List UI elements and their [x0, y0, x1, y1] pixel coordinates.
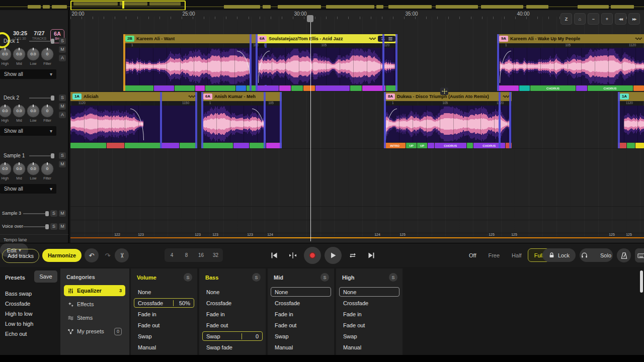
section-segment[interactable]: INTRO	[384, 143, 406, 148]
tempo-sync-off[interactable]: Off	[463, 248, 482, 262]
lane-m-button[interactable]: M	[59, 103, 66, 110]
section-segment[interactable]	[236, 85, 246, 91]
section-segment[interactable]	[279, 85, 291, 91]
clip-header[interactable]: 6AAnish Kumar - Meh	[201, 92, 282, 101]
section-segment[interactable]	[497, 85, 519, 91]
zoom-out-button[interactable]: −	[588, 13, 599, 25]
harmonize-button[interactable]: Harmonize	[42, 249, 82, 262]
lane-s-button[interactable]: S	[59, 38, 66, 44]
section-segment[interactable]	[161, 143, 179, 148]
clip-waveform-area[interactable]	[497, 48, 644, 85]
clip-deck2-3[interactable]: 1A1120	[618, 92, 644, 148]
knob-filter[interactable]: 0	[41, 162, 54, 175]
knob-high[interactable]: 0.0	[0, 162, 12, 175]
section-segment[interactable]: UP	[406, 143, 417, 148]
section-segment[interactable]	[205, 85, 235, 91]
tempo-automation-line[interactable]	[70, 237, 644, 238]
seek-forward-button[interactable]: ▶▶	[628, 13, 640, 25]
section-segment[interactable]	[154, 85, 174, 91]
skip-start-button[interactable]	[267, 248, 282, 263]
preset-item-echo-out[interactable]: Echo out	[5, 331, 27, 337]
fx-option-crossfade[interactable]: Crossfade	[339, 298, 399, 308]
snap-playhead-button[interactable]	[285, 248, 300, 263]
fx-option-fade-in[interactable]: Fade in	[134, 309, 194, 319]
fx-option-swap[interactable]: Swap	[339, 331, 399, 341]
clip-header[interactable]: 2BKareem Ali - Want	[123, 34, 267, 43]
section-segment[interactable]	[635, 143, 644, 148]
section-segment[interactable]	[70, 143, 106, 148]
zoom-in-button[interactable]: +	[601, 13, 613, 25]
slider-handle[interactable]	[51, 153, 54, 158]
fx-option-crossfade[interactable]: Crossfade50%	[134, 298, 194, 308]
slider-handle[interactable]	[51, 39, 54, 44]
clip-edge-handle[interactable]	[509, 92, 511, 148]
category-equalizer[interactable]: Equalizer3	[64, 285, 125, 296]
fx-option-none[interactable]: None	[202, 287, 263, 297]
section-segment[interactable]	[125, 143, 160, 148]
clip-waveform-area[interactable]	[384, 106, 512, 142]
fx-option-none[interactable]: None	[134, 287, 194, 297]
right-scrollbar[interactable]	[640, 270, 643, 293]
save-preset-button[interactable]: Save	[34, 270, 57, 283]
section-segment[interactable]	[250, 143, 265, 148]
split-button[interactable]: ✂	[115, 248, 129, 262]
timeline-ruler[interactable]	[70, 17, 644, 19]
knob-filter[interactable]: 0	[41, 48, 54, 61]
clip-edge-handle[interactable]	[618, 92, 620, 148]
lane-s-button[interactable]: S	[50, 210, 57, 217]
section-segment[interactable]	[123, 85, 153, 91]
clip-deck1-0[interactable]: 2BKareem Ali - Want1105	[123, 34, 267, 91]
zoom-range-button[interactable]: Z	[560, 13, 572, 25]
section-segment[interactable]	[201, 143, 233, 148]
metronome-button[interactable]	[617, 248, 631, 262]
fx-option-swap[interactable]: Swap0	[202, 331, 263, 341]
fx-option-fade-in[interactable]: Fade in	[339, 309, 399, 319]
clip-edge-handle[interactable]	[382, 34, 384, 91]
section-segment[interactable]: CHORUS	[588, 85, 633, 91]
section-segment[interactable]	[428, 143, 434, 148]
clip-deck2-0[interactable]: 1AAliciah11201150	[70, 92, 197, 148]
clip-edge-handle[interactable]	[280, 92, 282, 148]
preset-item-crossfade[interactable]: Crossfade	[5, 301, 30, 307]
lane-m-button[interactable]: M	[59, 210, 66, 217]
fx-option-manual[interactable]: Manual	[271, 342, 331, 352]
arrangement-overview[interactable]	[0, 0, 644, 10]
lock-button[interactable]: Lock	[542, 248, 576, 262]
fx-option-swap[interactable]: Swap	[134, 331, 194, 341]
playhead-handle[interactable]	[307, 15, 313, 22]
section-segment[interactable]	[107, 143, 124, 148]
section-segment[interactable]: CHORUS	[435, 143, 466, 148]
clip-edge-handle[interactable]	[256, 34, 258, 91]
fx-option-none[interactable]: None	[339, 287, 399, 297]
bar-length-option-32[interactable]: 32	[208, 248, 223, 262]
clip-deck1-1[interactable]: 6ASoulstatejazz/Tom Ellis - Acid Jazz110…	[256, 34, 397, 91]
fx-option-fade-out[interactable]: Fade out	[134, 320, 194, 330]
solo-button[interactable]: Solo	[580, 248, 613, 262]
section-segment[interactable]	[291, 85, 303, 91]
preset-item-high-to-low[interactable]: High to low	[5, 311, 32, 317]
lane-volume-slider[interactable]	[23, 224, 48, 229]
fx-option-none[interactable]: None	[271, 287, 331, 297]
fx-option-crossfade[interactable]: Crossfade	[271, 298, 331, 308]
lane-s-button[interactable]: S	[59, 95, 66, 101]
show-all-dropdown[interactable]: Show all▾	[0, 69, 56, 79]
knob-high[interactable]: 0.0	[0, 105, 12, 118]
undo-button[interactable]: ↶	[85, 248, 99, 262]
knob-high[interactable]: 0.0	[0, 48, 12, 61]
bar-length-option-16[interactable]: 16	[194, 248, 208, 262]
keyboard-shortcuts-button[interactable]	[635, 248, 644, 262]
tempo-sync-half[interactable]: Half	[506, 248, 528, 262]
knob-mid[interactable]: 0.0	[13, 162, 26, 175]
clip-edge-handle[interactable]	[497, 34, 499, 91]
section-segment[interactable]: UP	[417, 143, 428, 148]
category-stems[interactable]: Stems	[64, 312, 125, 323]
clip-deck2-1[interactable]: 6AAnish Kumar - Meh1105	[201, 92, 282, 148]
overview-playhead[interactable]	[122, 1, 124, 9]
lane-volume-slider[interactable]	[23, 211, 48, 216]
lane-m-button[interactable]: M	[59, 161, 66, 167]
lane-volume-slider[interactable]	[29, 153, 54, 158]
fx-option-manual[interactable]: Manual	[134, 342, 194, 352]
fx-option-fade-out[interactable]: Fade out	[271, 320, 331, 330]
preset-item-low-to-high[interactable]: Low to high	[5, 321, 33, 327]
clip-edge-handle[interactable]	[160, 92, 162, 148]
